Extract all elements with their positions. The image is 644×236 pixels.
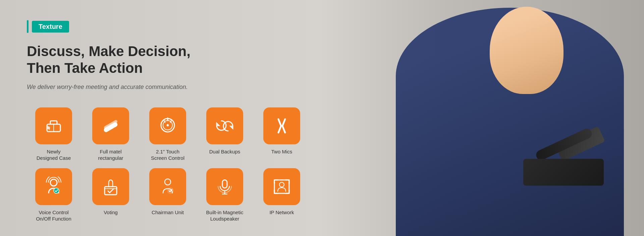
- feature-icon-box-case: [35, 107, 72, 144]
- feature-icon-box-mics: [263, 107, 300, 144]
- feature-icon-box-network: [263, 168, 300, 205]
- headline-line1: Discuss, Make Decision,: [27, 43, 292, 60]
- feature-icon-box-speaker: [206, 168, 243, 205]
- feature-icon-box-voice: [35, 168, 72, 205]
- feature-ip-network: IP Network: [255, 168, 309, 222]
- features-grid: NewlyDesigned Case Full matelrectangular: [27, 107, 292, 222]
- feature-icon-box-dual: [206, 107, 243, 144]
- feature-full-matel: Full matelrectangular: [84, 107, 138, 161]
- svg-point-9: [50, 179, 57, 186]
- feature-label-network: IP Network: [269, 209, 294, 216]
- feature-label-touch: 2.1" TouchScreen Control: [151, 148, 184, 161]
- page-wrapper: Texture Discuss, Make Decision, Then Tak…: [0, 0, 644, 236]
- svg-point-19: [279, 182, 284, 187]
- svg-rect-15: [222, 180, 227, 188]
- feature-label-chairman: Chairman Unit: [152, 209, 184, 216]
- feature-dual-backups: Dual Backups: [198, 107, 252, 161]
- network-icon: [272, 177, 292, 197]
- svg-point-13: [165, 179, 171, 185]
- feature-icon-box-chairman: [149, 168, 186, 205]
- mics-icon: [272, 116, 292, 136]
- feature-label-case: NewlyDesigned Case: [37, 148, 71, 161]
- device-object: [517, 125, 610, 186]
- background-right: [319, 0, 644, 236]
- texture-badge: Texture: [27, 20, 292, 33]
- feature-voice-control: Voice ControlOn/Off Function: [27, 168, 80, 222]
- case-icon: [44, 116, 64, 136]
- person-head: [490, 7, 564, 94]
- dual-icon: [215, 116, 235, 136]
- feature-label-speaker: Built-in MagneticLoudspeaker: [206, 209, 244, 222]
- svg-point-8: [167, 124, 169, 126]
- feature-two-mics: Two Mics: [255, 107, 309, 161]
- texture-line: [27, 20, 29, 33]
- svg-rect-11: [105, 187, 117, 195]
- feature-label-mics: Two Mics: [271, 148, 292, 155]
- chairman-icon: [158, 177, 178, 197]
- subtext: We deliver worry-free meeting and accura…: [27, 84, 292, 91]
- feature-icon-box-matel: [92, 107, 129, 144]
- feature-icon-box-touch: [149, 107, 186, 144]
- voting-icon: [101, 177, 121, 197]
- texture-label: Texture: [32, 21, 69, 33]
- feature-icon-box-voting: [92, 168, 129, 205]
- touch-icon: [158, 116, 178, 136]
- feature-label-matel: Full matelrectangular: [98, 148, 123, 161]
- headline-line2: Then Take Action: [27, 60, 292, 77]
- feature-touch-screen: 2.1" TouchScreen Control: [141, 107, 195, 161]
- content-area: Texture Discuss, Make Decision, Then Tak…: [0, 0, 319, 236]
- speaker-icon: [215, 177, 235, 197]
- feature-voting: Voting: [84, 168, 138, 222]
- feature-label-voice: Voice ControlOn/Off Function: [36, 209, 71, 222]
- headline: Discuss, Make Decision, Then Take Action: [27, 43, 292, 77]
- feature-speaker: Built-in MagneticLoudspeaker: [198, 168, 252, 222]
- matel-icon: [101, 116, 121, 136]
- feature-label-dual: Dual Backups: [209, 148, 240, 155]
- voice-icon: [44, 177, 64, 197]
- svg-point-10: [54, 188, 59, 193]
- feature-chairman-unit: Chairman Unit: [141, 168, 195, 222]
- feature-newly-designed-case: NewlyDesigned Case: [27, 107, 80, 161]
- feature-label-voting: Voting: [104, 209, 118, 216]
